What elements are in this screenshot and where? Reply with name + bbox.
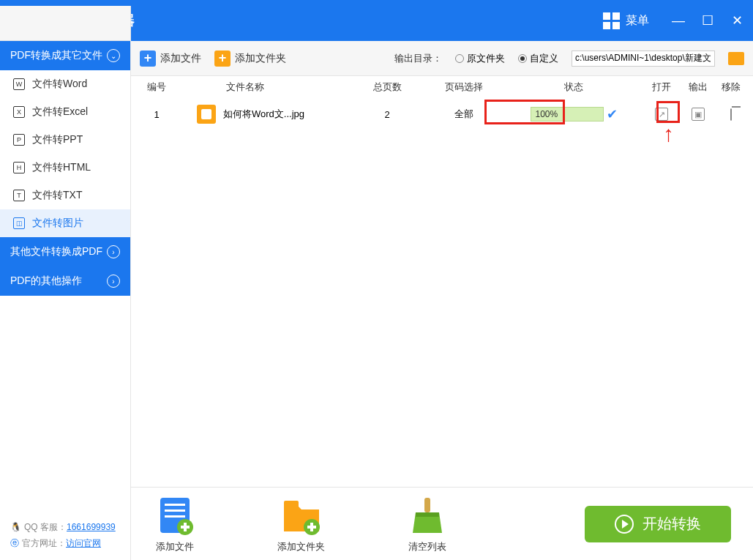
qq-icon: 🐧: [10, 522, 21, 532]
output-dir-label: 输出目录：: [394, 52, 442, 65]
site-link[interactable]: 访问官网: [66, 538, 101, 548]
sidebar-item-ppt[interactable]: P文件转PPT: [0, 126, 130, 154]
ppt-icon: P: [13, 134, 25, 146]
svg-rect-11: [307, 526, 316, 529]
radio-original[interactable]: 原文件夹: [455, 52, 505, 65]
sidebar: PDF转换成其它文件 ⌄ W文件转Word X文件转Excel P文件转PPT …: [0, 6, 131, 560]
file-type-icon: [197, 105, 216, 124]
svg-rect-12: [424, 498, 430, 512]
sidebar-cat-pdf-ops[interactable]: PDF的其他操作 ›: [0, 266, 130, 296]
output-path-input[interactable]: [572, 51, 715, 67]
word-icon: W: [13, 78, 25, 90]
cell-output: ▣: [680, 108, 716, 121]
menu-label: 菜单: [626, 13, 649, 29]
image-icon: ◫: [13, 217, 25, 229]
add-file-big-icon: [153, 495, 197, 536]
sidebar-item-txt[interactable]: T文件转TXT: [0, 182, 130, 209]
browse-folder-button[interactable]: [728, 52, 744, 65]
th-range: 页码选择: [424, 81, 504, 94]
qq-link[interactable]: 1661699939: [67, 522, 116, 532]
add-folder-button[interactable]: +添加文件夹: [214, 51, 286, 67]
ie-icon: ⓔ: [10, 538, 19, 548]
radio-custom[interactable]: 自定义: [518, 52, 558, 65]
big-add-folder-button[interactable]: 添加文件夹: [277, 495, 325, 553]
cell-remove: [716, 109, 746, 120]
big-clear-button[interactable]: 清空列表: [405, 495, 449, 553]
sidebar-item-html[interactable]: H文件转HTML: [0, 154, 130, 182]
big-add-file-button[interactable]: 添加文件: [153, 495, 197, 553]
add-folder-big-icon: [280, 495, 323, 536]
th-remove: 移除: [716, 81, 746, 94]
svg-rect-3: [165, 509, 185, 512]
annotation-highlight: [484, 100, 565, 124]
add-file-icon: +: [140, 51, 156, 67]
delete-button[interactable]: [730, 108, 732, 121]
add-folder-icon: +: [214, 51, 231, 67]
sidebar-item-image[interactable]: ◫文件转图片: [0, 209, 130, 237]
svg-rect-2: [165, 504, 185, 506]
check-icon: ✔: [607, 106, 618, 122]
th-status: 状态: [504, 81, 643, 94]
sidebar-footer: 🐧QQ 客服：1661699939 ⓔ官方网址：访问官网: [0, 510, 130, 560]
th-output: 输出: [680, 81, 716, 94]
sidebar-item-word[interactable]: W文件转Word: [0, 70, 130, 98]
table-header: 编号 文件名称 总页数 页码选择 状态 打开 输出 移除: [131, 76, 753, 98]
svg-rect-8: [284, 501, 299, 508]
add-file-button[interactable]: +添加文件: [140, 51, 201, 67]
bottom-bar: 添加文件 添加文件夹 清空列表 开始转换: [131, 487, 753, 560]
main-area: +添加文件 +添加文件夹 输出目录： 原文件夹 自定义 编号 文件名称 总页数 …: [131, 41, 753, 560]
start-convert-button[interactable]: 开始转换: [585, 506, 731, 542]
svg-rect-7: [181, 526, 190, 529]
cell-pages: 2: [351, 109, 424, 120]
maximize-button[interactable]: ☐: [700, 13, 715, 28]
clear-list-icon: [405, 495, 449, 536]
chevron-down-icon: ⌄: [107, 49, 120, 62]
close-button[interactable]: ✕: [730, 13, 744, 28]
th-pages: 总页数: [351, 81, 424, 94]
chevron-right-icon: ›: [107, 275, 120, 288]
annotation-highlight: [656, 101, 680, 123]
svg-rect-13: [416, 512, 439, 517]
toolbar: +添加文件 +添加文件夹 输出目录： 原文件夹 自定义: [131, 41, 753, 76]
play-icon: [615, 515, 634, 534]
sidebar-cat-other-to-pdf[interactable]: 其他文件转换成PDF ›: [0, 237, 130, 266]
txt-icon: T: [13, 190, 25, 201]
cell-name: 如何将Word文...jpg: [175, 105, 351, 124]
sidebar-item-excel[interactable]: X文件转Excel: [0, 98, 130, 126]
menu-button[interactable]: 菜单: [603, 12, 649, 29]
th-name: 文件名称: [175, 81, 351, 94]
html-icon: H: [13, 162, 25, 173]
svg-rect-4: [165, 515, 185, 518]
cell-num: 1: [138, 109, 175, 120]
chevron-right-icon: ›: [107, 245, 120, 258]
th-num: 编号: [138, 81, 175, 94]
th-open: 打开: [643, 81, 680, 94]
annotation-arrow-icon: ↑: [663, 122, 674, 146]
output-file-button[interactable]: ▣: [692, 108, 705, 121]
minimize-button[interactable]: —: [671, 13, 686, 28]
menu-grid-icon: [603, 12, 620, 29]
sidebar-cat-pdf-to-other[interactable]: PDF转换成其它文件 ⌄: [0, 41, 130, 70]
excel-icon: X: [13, 106, 25, 118]
